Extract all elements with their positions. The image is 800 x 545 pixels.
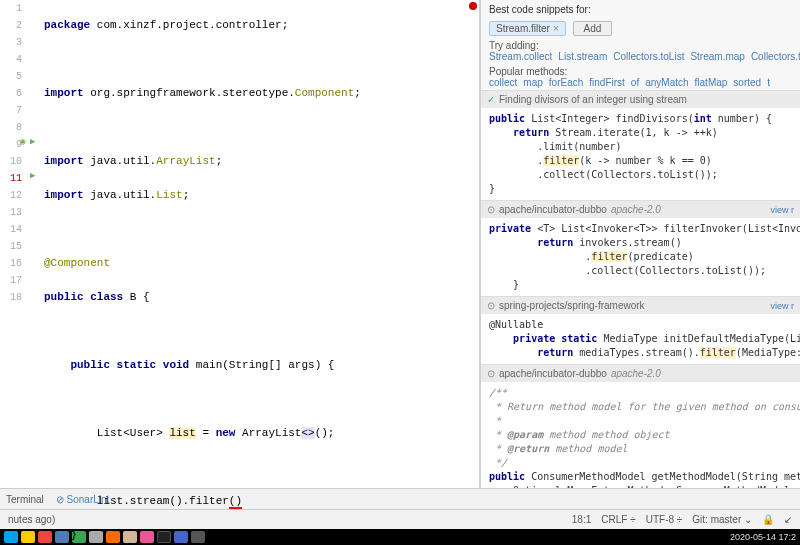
line-gutter: 123456789101112131415161718 <box>0 0 30 306</box>
bean-icon: ◉ <box>20 136 25 147</box>
line-separator[interactable]: CRLF ÷ <box>601 514 635 525</box>
app-icon[interactable] <box>21 531 35 543</box>
method-link[interactable]: forEach <box>549 77 583 88</box>
code-content[interactable]: package com.xinzf.project.controller; im… <box>44 0 479 545</box>
check-icon: ✓ <box>487 94 495 105</box>
cursor-position[interactable]: 18:1 <box>572 514 591 525</box>
encoding[interactable]: UTF-8 ÷ <box>646 514 683 525</box>
sync-icon[interactable]: ↙ <box>784 514 792 525</box>
method-link[interactable]: t <box>767 77 770 88</box>
suggest-link[interactable]: Collectors.toSet <box>751 51 800 62</box>
run-icon[interactable]: ▶ <box>30 170 35 181</box>
github-icon: ⊙ <box>487 204 495 215</box>
terminal-tab[interactable]: Terminal <box>6 494 44 505</box>
start-icon[interactable] <box>4 531 18 543</box>
view-link[interactable]: view r <box>770 301 794 311</box>
code-editor[interactable]: 123456789101112131415161718 ▶ ◉ ▶ packag… <box>0 0 480 488</box>
snippet-1: ✓Finding divisors of an integer using st… <box>481 90 800 200</box>
add-button[interactable]: Add <box>573 21 613 36</box>
method-link[interactable]: sorted <box>733 77 761 88</box>
snippet-4: ⊙apache/incubator-dubboapache-2.0 /** * … <box>481 364 800 488</box>
lock-icon[interactable]: 🔒 <box>762 514 774 525</box>
git-branch[interactable]: Git: master ⌄ <box>692 514 752 525</box>
method-link[interactable]: of <box>631 77 639 88</box>
snippet-2: ⊙apache/incubator-dubboapache-2.0view r … <box>481 200 800 296</box>
filter-tag[interactable]: Stream.filter× <box>489 21 566 36</box>
clock[interactable]: 2020-05-14 17:2 <box>730 532 796 542</box>
method-link[interactable]: map <box>523 77 542 88</box>
code-snippets-panel: Best code snippets for: Stream.filter× A… <box>480 0 800 488</box>
method-link[interactable]: findFirst <box>589 77 625 88</box>
view-link[interactable]: view r <box>770 205 794 215</box>
panel-title: Best code snippets for: <box>481 0 800 19</box>
snippet-code[interactable]: /** * Return method model for the given … <box>481 382 800 488</box>
error-indicator <box>469 2 477 10</box>
snippet-code[interactable]: private <T> List<Invoker<T>> filterInvok… <box>481 218 800 296</box>
suggest-link[interactable]: Collectors.toList <box>613 51 684 62</box>
github-icon: ⊙ <box>487 368 495 379</box>
snippet-code[interactable]: public List<Integer> findDivisors(int nu… <box>481 108 800 200</box>
method-link[interactable]: anyMatch <box>645 77 688 88</box>
run-icon[interactable]: ▶ <box>30 136 35 147</box>
suggest-link[interactable]: Stream.map <box>690 51 744 62</box>
suggest-link[interactable]: List.stream <box>558 51 607 62</box>
method-link[interactable]: flatMap <box>695 77 728 88</box>
github-icon: ⊙ <box>487 300 495 311</box>
suggest-link[interactable]: Stream.collect <box>489 51 552 62</box>
snippet-code[interactable]: @Nullable private static MediaType initD… <box>481 314 800 364</box>
close-icon[interactable]: × <box>553 23 559 34</box>
method-link[interactable]: collect <box>489 77 517 88</box>
snippet-3: ⊙spring-projects/spring-frameworkview r … <box>481 296 800 364</box>
